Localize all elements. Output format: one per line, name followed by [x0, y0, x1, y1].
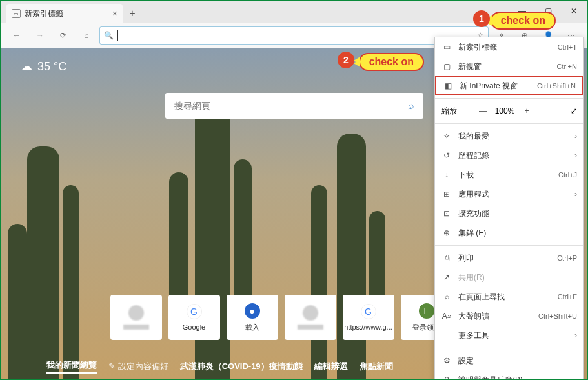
weather-icon: ☁ [21, 59, 32, 74]
forward-button[interactable]: → [30, 25, 50, 46]
annotation-bubble-1: check on [491, 12, 556, 30]
history-icon: ↺ [441, 151, 452, 160]
news-nav-item[interactable]: 焦點新聞 [360, 361, 393, 372]
menu-print[interactable]: ⎙列印Ctrl+P [435, 248, 583, 268]
chevron-right-icon: › [574, 132, 577, 141]
tab-title: 新索引標籤 [25, 8, 63, 19]
news-nav-item[interactable]: 武漢肺炎（COVID-19）疫情動態 [180, 361, 303, 372]
search-icon: 🔍 [104, 31, 114, 40]
menu-collections[interactable]: ⊕集錦 (E) [435, 223, 583, 243]
apps-icon: ⊞ [441, 190, 452, 199]
tile-icon [128, 305, 144, 321]
download-icon: ↓ [441, 170, 452, 179]
news-nav-item[interactable]: 我的新聞總覽 [46, 359, 97, 374]
print-icon: ⎙ [441, 254, 452, 263]
menu-extensions[interactable]: ⊡擴充功能 [435, 204, 583, 223]
help-icon: ? [441, 375, 452, 380]
menu-settings[interactable]: ⚙設定 [435, 351, 583, 370]
search-input[interactable] [174, 101, 408, 111]
menu-new-tab[interactable]: ▭新索引標籤Ctrl+T [435, 37, 583, 57]
chevron-right-icon: › [574, 151, 577, 160]
menu-separator [435, 348, 583, 348]
annotation-badge-2: 2 [338, 52, 354, 68]
news-nav-item[interactable]: ✎ 設定內容偏好 [108, 361, 168, 372]
menu-new-window[interactable]: ▢新視窗Ctrl+N [435, 57, 583, 76]
tile-icon [303, 305, 318, 321]
settings-menu: ▭新索引標籤Ctrl+T ▢新視窗Ctrl+N ◧新 InPrivate 視窗C… [434, 37, 584, 380]
address-input[interactable] [122, 31, 473, 41]
quick-link-tile[interactable]: ●載入 [227, 295, 278, 340]
gear-icon: ⚙ [441, 356, 452, 365]
tile-icon: G [361, 304, 376, 319]
chevron-right-icon: › [574, 190, 577, 199]
menu-history[interactable]: ↺歷程記錄› [435, 146, 583, 165]
menu-downloads[interactable]: ↓下載Ctrl+J [435, 165, 583, 185]
quick-link-tile[interactable] [110, 295, 162, 340]
zoom-value: 100% [492, 106, 518, 115]
back-button[interactable]: ← [6, 25, 27, 46]
text-cursor [117, 30, 118, 41]
new-tab-button[interactable]: + [123, 4, 142, 23]
find-icon: ⌕ [441, 292, 452, 301]
tile-label: https://www.g... [344, 323, 392, 331]
menu-new-inprivate[interactable]: ◧新 InPrivate 視窗Ctrl+Shift+N [435, 76, 583, 95]
close-button[interactable]: ✕ [561, 1, 587, 21]
quick-link-tile[interactable]: Ghttps://www.g... [343, 295, 394, 340]
tile-label [123, 325, 149, 330]
menu-more-tools[interactable]: 更多工具› [435, 326, 583, 345]
menu-favorites[interactable]: ✧我的最愛› [435, 126, 583, 146]
search-submit-icon[interactable]: ⌕ [408, 100, 414, 112]
zoom-label: 縮放 [441, 106, 474, 117]
quick-link-tile[interactable]: GGoogle [168, 295, 220, 340]
menu-separator [435, 245, 583, 246]
menu-read-aloud[interactable]: A»大聲朗讀Ctrl+Shift+U [435, 306, 583, 326]
refresh-button[interactable]: ⟳ [53, 25, 74, 46]
weather-widget[interactable]: ☁ 35 °C [21, 59, 66, 74]
tile-icon: ● [245, 303, 260, 319]
menu-separator [435, 123, 583, 124]
menu-apps[interactable]: ⊞應用程式› [435, 185, 583, 204]
share-icon: ↗ [441, 273, 452, 282]
tile-label: Google [183, 323, 205, 331]
search-bar[interactable]: ⌕ [165, 93, 423, 119]
menu-share: ↗共用(R) [435, 268, 583, 287]
tile-icon: L [419, 303, 434, 319]
browser-tab[interactable]: ▭ 新索引標籤 × [6, 4, 123, 23]
zoom-out-button[interactable]: — [474, 106, 492, 115]
menu-zoom: 縮放 — 100% + ⤢ [435, 101, 583, 121]
zoom-in-button[interactable]: + [518, 106, 536, 115]
tab-close-icon[interactable]: × [112, 8, 117, 19]
quick-link-tile[interactable] [285, 295, 336, 340]
home-button[interactable]: ⌂ [76, 25, 97, 46]
extensions-icon: ⊡ [441, 209, 452, 218]
tile-label: 載入 [245, 323, 259, 332]
annotation-bubble-2: check on [359, 53, 424, 71]
weather-temp: 35 °C [37, 60, 66, 74]
quick-links: GGoogle ●載入 Ghttps://www.g... L登录领英 Yah [110, 295, 478, 340]
new-tab-icon: ▭ [441, 43, 452, 52]
address-bar[interactable]: 🔍 ☆ [99, 26, 489, 45]
tab-favicon-icon: ▭ [12, 9, 21, 18]
tile-label [298, 325, 323, 330]
news-nav-item[interactable]: 編輯辨選 [314, 361, 348, 372]
tile-icon: G [187, 304, 202, 319]
fullscreen-button[interactable]: ⤢ [571, 106, 577, 115]
inprivate-icon: ◧ [443, 81, 453, 90]
menu-separator [435, 98, 583, 99]
read-aloud-icon: A» [441, 312, 452, 321]
star-icon: ✧ [441, 132, 452, 141]
chevron-right-icon: › [574, 375, 577, 380]
menu-help[interactable]: ?說明與意見反應(B)› [435, 370, 583, 380]
annotation-badge-1: 1 [473, 10, 490, 27]
new-window-icon: ▢ [441, 62, 452, 71]
menu-find[interactable]: ⌕在頁面上尋找Ctrl+F [435, 287, 583, 306]
collections-icon: ⊕ [441, 228, 452, 237]
chevron-right-icon: › [574, 331, 577, 340]
